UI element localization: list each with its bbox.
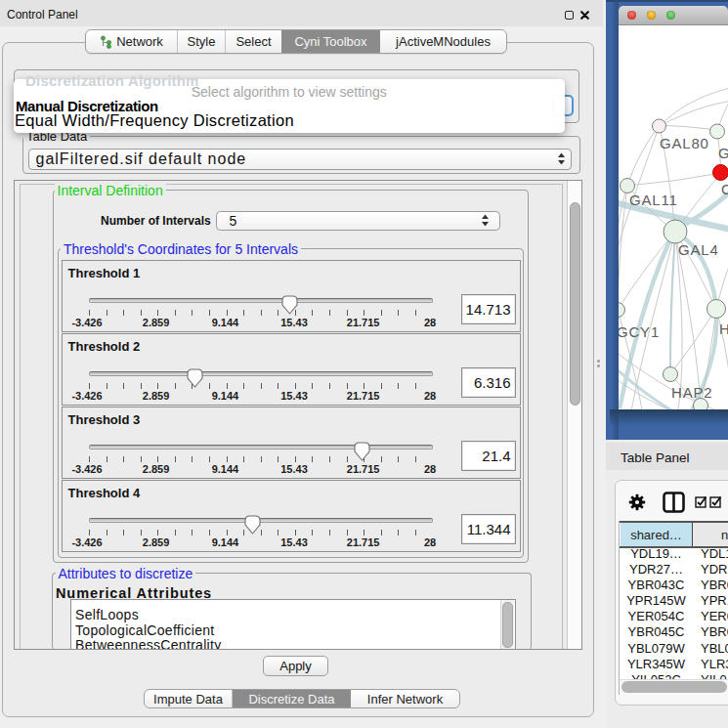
svg-text:GAL11: GAL11 bbox=[629, 192, 678, 208]
svg-text:HAP2: HAP2 bbox=[671, 384, 712, 401]
svg-text:GCY1: GCY1 bbox=[619, 323, 660, 340]
svg-text:GAL4: GAL4 bbox=[678, 241, 719, 258]
svg-text:GA: GA bbox=[718, 145, 728, 161]
svg-text:HI: HI bbox=[719, 321, 728, 337]
svg-text:GAL80: GAL80 bbox=[660, 135, 709, 151]
svg-text:C: C bbox=[721, 181, 728, 197]
